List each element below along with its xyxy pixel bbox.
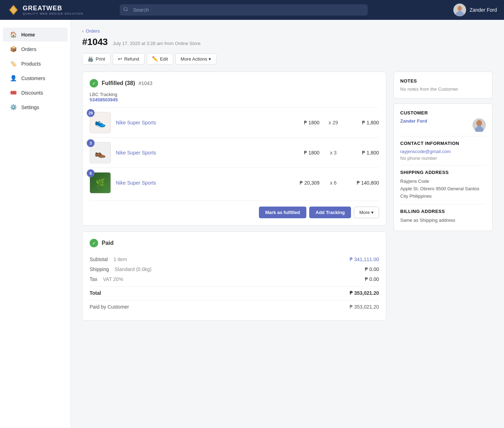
more-chevron-icon: ▾ bbox=[371, 210, 374, 215]
sidebar-item-orders[interactable]: 📦 Orders bbox=[3, 42, 68, 56]
refund-button[interactable]: ↩ Refund bbox=[113, 53, 145, 64]
actions-toolbar: 🖨️ Print ↩ Refund ✏️ Edit More Actions ▾ bbox=[82, 53, 493, 64]
logo-subtitle: QUALITY WEB DESIGN SOLUTION bbox=[23, 12, 83, 15]
subtotal-value: ₱ 341,111.00 bbox=[350, 257, 379, 262]
logo[interactable]: GREATWEB QUALITY WEB DESIGN SOLUTION bbox=[7, 4, 83, 16]
shipping-title: SHIPPING ADDRESS bbox=[400, 170, 486, 175]
refund-icon: ↩ bbox=[118, 56, 122, 62]
product-3-total: ₱ 140,800 bbox=[347, 180, 379, 186]
customers-icon: 👤 bbox=[10, 75, 17, 81]
sidebar-item-settings[interactable]: ⚙️ Settings bbox=[3, 100, 68, 114]
sidebar: 🏠 Home 📦 Orders 🏷️ Products 👤 Customers … bbox=[0, 20, 71, 428]
product-2-price: ₱ 1800 bbox=[291, 150, 319, 156]
discounts-icon: 🎟️ bbox=[10, 89, 17, 96]
product-1-badge: 29 bbox=[87, 109, 95, 117]
product-2-image-wrap: 👞 3 bbox=[90, 142, 111, 163]
contact-email[interactable]: rayjenscode@gmail.com bbox=[400, 149, 486, 154]
product-row: 🌿 6 Nike Super Sports ₱ 20,309 x 6 ₱ 140… bbox=[90, 168, 379, 198]
fulfilled-card: ✓ Fulfilled (38) #1043 LBC Tracking 5345… bbox=[82, 72, 386, 226]
contact-phone: No phone number bbox=[400, 156, 486, 161]
fulfilled-header: ✓ Fulfilled (38) #1043 bbox=[90, 79, 379, 88]
contact-title: CONTACT INFORMATION bbox=[400, 141, 486, 146]
billing-title: BILLING ADDRESS bbox=[400, 209, 486, 214]
svg-line-3 bbox=[126, 10, 128, 11]
tax-label: Tax bbox=[90, 276, 97, 282]
chevron-down-icon: ▾ bbox=[209, 56, 211, 62]
more-button[interactable]: More ▾ bbox=[354, 207, 379, 218]
search-icon bbox=[123, 7, 128, 13]
shipping-label: Shipping bbox=[90, 266, 109, 272]
shipping-row: Shipping Standard (0.0kg) ₱ 0.00 bbox=[90, 264, 379, 274]
svg-rect-13 bbox=[477, 125, 481, 129]
main-content: ‹ Orders #1043 July 17, 2020 at 3:28 am … bbox=[71, 20, 504, 428]
layout: 🏠 Home 📦 Orders 🏷️ Products 👤 Customers … bbox=[0, 20, 504, 428]
sidebar-label-orders: Orders bbox=[21, 46, 36, 52]
product-2-name[interactable]: Nike Super Sports bbox=[116, 150, 286, 156]
fulfilled-check-icon: ✓ bbox=[90, 79, 98, 88]
product-1-price: ₱ 1800 bbox=[291, 120, 319, 125]
paid-by-row: Paid by Customer ₱ 353,021.20 bbox=[90, 300, 379, 313]
divider-3 bbox=[400, 204, 486, 204]
breadcrumb-arrow: ‹ bbox=[82, 28, 84, 34]
sidebar-item-discounts[interactable]: 🎟️ Discounts bbox=[3, 86, 68, 100]
logo-text: GREATWEB bbox=[23, 5, 83, 12]
more-actions-button[interactable]: More Actions ▾ bbox=[175, 54, 216, 64]
svg-rect-10 bbox=[458, 9, 461, 10]
print-button[interactable]: 🖨️ Print bbox=[82, 53, 111, 64]
customer-section-title: Customer bbox=[400, 110, 486, 116]
total-value: ₱ 353,021.20 bbox=[350, 290, 379, 296]
tax-row: Tax VAT 20% ₱ 0.00 bbox=[90, 274, 379, 284]
breadcrumb[interactable]: ‹ Orders bbox=[82, 28, 493, 34]
product-3-qty: x 6 bbox=[324, 180, 342, 186]
svg-point-2 bbox=[124, 7, 127, 11]
product-3-name[interactable]: Nike Super Sports bbox=[116, 180, 286, 186]
page-header: #1043 July 17, 2020 at 3:28 am from Onli… bbox=[82, 36, 493, 47]
customer-card: Customer Zander Ford bbox=[393, 103, 493, 231]
add-tracking-button[interactable]: Add Tracking bbox=[309, 207, 351, 218]
products-icon: 🏷️ bbox=[10, 60, 17, 67]
shipping-detail: Standard (0.0kg) bbox=[115, 266, 152, 272]
tax-detail: VAT 20% bbox=[103, 276, 123, 282]
edit-button[interactable]: ✏️ Edit bbox=[147, 53, 173, 64]
customer-name[interactable]: Zander Ford bbox=[400, 118, 427, 124]
svg-rect-8 bbox=[458, 11, 461, 14]
print-icon: 🖨️ bbox=[87, 56, 94, 62]
search-input[interactable] bbox=[120, 4, 368, 16]
edit-icon: ✏️ bbox=[152, 56, 158, 62]
tracking-info: LBC Tracking 53458503945 bbox=[90, 92, 379, 102]
search-bar bbox=[120, 4, 368, 16]
product-row: 👟 29 Nike Super Sports ₱ 1800 x 29 ₱ 1,8… bbox=[90, 107, 379, 137]
sidebar-item-customers[interactable]: 👤 Customers bbox=[3, 71, 68, 85]
shipping-address: Apple St. Obrero 9500 General Santos Cit… bbox=[400, 185, 486, 200]
sidebar-item-home[interactable]: 🏠 Home bbox=[3, 28, 68, 41]
orders-icon: 📦 bbox=[10, 46, 17, 52]
customer-header: Zander Ford bbox=[400, 118, 486, 132]
content-grid: ✓ Fulfilled (38) #1043 LBC Tracking 5345… bbox=[82, 72, 493, 326]
paid-title: Paid bbox=[102, 240, 114, 246]
mark-fulfilled-button[interactable]: Mark as fulfilled bbox=[259, 207, 306, 218]
subtotal-label: Subtotal bbox=[90, 257, 108, 262]
paid-check-icon: ✓ bbox=[90, 239, 98, 247]
billing-content: Same as Shipping address bbox=[400, 217, 486, 224]
more-label: More bbox=[359, 210, 370, 215]
fulfilled-card-actions: Mark as fulfilled Add Tracking More ▾ bbox=[90, 201, 379, 218]
sidebar-item-products[interactable]: 🏷️ Products bbox=[3, 57, 68, 71]
header: GREATWEB QUALITY WEB DESIGN SOLUTION Zan… bbox=[0, 0, 504, 20]
svg-point-14 bbox=[477, 120, 482, 125]
product-row: 👞 3 Nike Super Sports ₱ 1800 x 3 ₱ 1,800 bbox=[90, 137, 379, 168]
user-name: Zander Ford bbox=[470, 7, 497, 13]
breadcrumb-label: Orders bbox=[86, 28, 100, 34]
product-3-price: ₱ 20,309 bbox=[291, 180, 319, 186]
paid-by-value: ₱ 353,021.20 bbox=[350, 304, 379, 310]
product-3-badge: 6 bbox=[87, 169, 95, 177]
customer-avatar bbox=[472, 118, 486, 132]
divider-1 bbox=[400, 136, 486, 136]
product-1-image-wrap: 👟 29 bbox=[90, 112, 111, 133]
product-1-name[interactable]: Nike Super Sports bbox=[116, 120, 286, 125]
order-date: July 17, 2020 at 3:28 am from Online Sto… bbox=[113, 41, 200, 46]
fulfilled-id: #1043 bbox=[138, 80, 152, 86]
right-sidebar: Notes No notes from the Customer Custome… bbox=[393, 72, 493, 236]
subtotal-detail: 1 item bbox=[113, 257, 127, 262]
paid-header: ✓ Paid bbox=[90, 239, 379, 247]
home-icon: 🏠 bbox=[10, 31, 17, 38]
